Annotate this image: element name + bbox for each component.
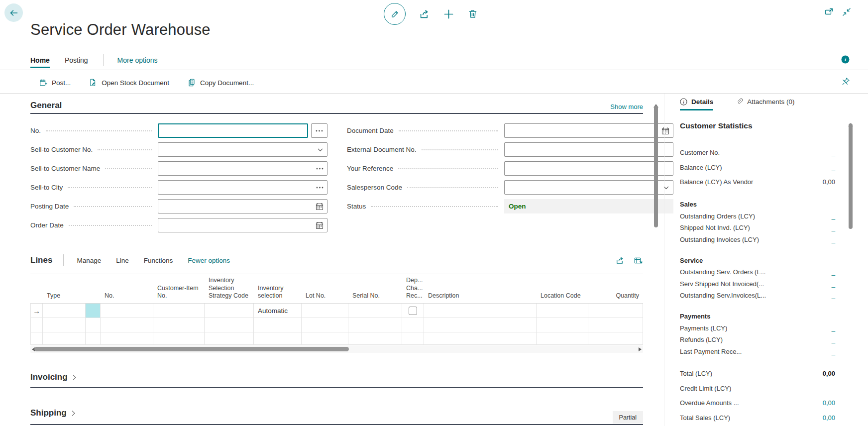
assist-edit-icon[interactable] bbox=[316, 168, 324, 170]
chevron-down-icon[interactable] bbox=[317, 146, 324, 153]
tab-posting[interactable]: Posting bbox=[65, 56, 88, 68]
cell-description[interactable] bbox=[424, 332, 537, 345]
scrollbar-thumb[interactable] bbox=[654, 106, 658, 227]
cell-location-code[interactable] bbox=[537, 318, 588, 332]
assist-edit-icon[interactable] bbox=[316, 187, 324, 189]
help-info-button[interactable]: i bbox=[841, 55, 850, 66]
column-header-inventory-selection-strategy-code[interactable]: Inventory Selection Strategy Code bbox=[205, 274, 254, 303]
stat-value[interactable]: 0,00 bbox=[823, 414, 835, 422]
no-input[interactable] bbox=[158, 123, 308, 138]
external-document-no-input[interactable] bbox=[504, 142, 673, 157]
lines-menu-line[interactable]: Line bbox=[116, 257, 129, 264]
cell-inventory-selection[interactable] bbox=[254, 318, 302, 332]
cell-serial-no[interactable] bbox=[348, 304, 402, 318]
column-header-inventory-selection[interactable]: Inventory selection bbox=[254, 274, 302, 303]
cell-customer-item-no[interactable] bbox=[153, 318, 205, 332]
stat-value[interactable]: _ bbox=[832, 336, 835, 343]
lines-horizontal-scrollbar[interactable] bbox=[30, 345, 643, 353]
column-header-location-code[interactable]: Location Code bbox=[537, 274, 588, 303]
lines-menu-functions[interactable]: Functions bbox=[144, 257, 173, 264]
open-in-new-window-button[interactable] bbox=[824, 7, 834, 17]
cell-dep-cha-rec[interactable] bbox=[402, 332, 424, 345]
stat-value[interactable]: _ bbox=[832, 236, 835, 243]
stat-value[interactable]: _ bbox=[832, 224, 835, 231]
column-header-description[interactable]: Description bbox=[424, 274, 537, 303]
cell-location-code[interactable] bbox=[537, 332, 588, 345]
cell-description[interactable] bbox=[424, 304, 537, 318]
calendar-icon[interactable] bbox=[316, 221, 324, 229]
open-stock-document-button[interactable]: Open Stock Document bbox=[89, 78, 169, 87]
document-date-input[interactable] bbox=[504, 123, 673, 138]
scroll-right-arrow[interactable] bbox=[639, 347, 642, 351]
cell-inventory-selection[interactable] bbox=[254, 332, 302, 345]
stat-value[interactable]: _ bbox=[832, 348, 835, 355]
cell-description[interactable] bbox=[424, 318, 537, 332]
cell-customer-item-no[interactable] bbox=[153, 304, 205, 318]
cell-serial-no[interactable] bbox=[348, 318, 402, 332]
collapse-button[interactable] bbox=[842, 7, 852, 17]
cell-inventory-selection-strategy-code[interactable] bbox=[205, 304, 254, 318]
factbox-vertical-scrollbar[interactable] bbox=[848, 114, 853, 426]
invoicing-section-header[interactable]: Invoicing bbox=[30, 372, 78, 382]
tab-home[interactable]: Home bbox=[30, 56, 50, 68]
cell-spacer[interactable] bbox=[86, 318, 101, 332]
lines-menu-manage[interactable]: Manage bbox=[77, 257, 101, 264]
column-header-serial-no[interactable]: Serial No. bbox=[348, 274, 402, 303]
back-button[interactable] bbox=[4, 3, 23, 22]
cell-inventory-selection[interactable]: Automatic bbox=[254, 304, 302, 318]
column-header-customer-item-no[interactable]: Customer-Item No. bbox=[153, 274, 205, 303]
scrollbar-thumb[interactable] bbox=[849, 123, 853, 229]
cell-lot-no[interactable] bbox=[302, 332, 348, 345]
your-reference-input[interactable] bbox=[504, 161, 673, 176]
cell-no[interactable] bbox=[101, 332, 153, 345]
column-header-quantity[interactable]: Quantity bbox=[588, 274, 643, 303]
column-header-dep-cha-rec[interactable]: Dep... Cha... Rec... bbox=[402, 274, 424, 303]
share-button[interactable] bbox=[419, 8, 430, 20]
cell-type[interactable] bbox=[43, 304, 86, 318]
cell-lot-no[interactable] bbox=[302, 304, 348, 318]
cell-customer-item-no[interactable] bbox=[153, 332, 205, 345]
post-button[interactable]: Post... bbox=[39, 78, 71, 87]
copy-document-button[interactable]: Copy Document... bbox=[187, 78, 254, 87]
calendar-icon[interactable] bbox=[316, 203, 324, 211]
lines-share-button[interactable] bbox=[615, 256, 625, 265]
dep-cha-rec-checkbox[interactable] bbox=[409, 307, 417, 315]
shipping-section-header[interactable]: Shipping bbox=[30, 408, 77, 418]
cell-dep-cha-rec[interactable] bbox=[402, 318, 424, 332]
unpin-button[interactable] bbox=[841, 77, 851, 88]
cell-location-code[interactable] bbox=[537, 304, 588, 318]
open-in-excel-button[interactable] bbox=[634, 256, 643, 265]
cell-type[interactable] bbox=[43, 332, 86, 345]
sell-to-customer-name-input[interactable] bbox=[158, 161, 327, 176]
assist-edit-button[interactable] bbox=[311, 123, 327, 138]
column-header-no[interactable]: No. bbox=[101, 274, 153, 303]
cell-spacer[interactable] bbox=[86, 304, 101, 318]
tab-details[interactable]: i Details bbox=[680, 98, 713, 110]
show-more-link[interactable]: Show more bbox=[610, 103, 643, 110]
cell-quantity[interactable] bbox=[588, 304, 643, 318]
posting-date-input[interactable] bbox=[158, 199, 327, 213]
fewer-options-link[interactable]: Fewer options bbox=[188, 257, 230, 264]
cell-spacer[interactable] bbox=[86, 332, 101, 345]
edit-button[interactable] bbox=[384, 3, 406, 25]
cell-dep-cha-rec[interactable] bbox=[402, 304, 424, 318]
stat-value[interactable]: 0,00 bbox=[823, 399, 835, 407]
cell-quantity[interactable] bbox=[588, 318, 643, 332]
stat-value[interactable]: _ bbox=[832, 292, 835, 299]
cell-type[interactable] bbox=[43, 318, 86, 332]
cell-serial-no[interactable] bbox=[348, 332, 402, 345]
tab-attachments[interactable]: Attachments (0) bbox=[736, 98, 794, 110]
cell-no[interactable] bbox=[101, 304, 153, 318]
cell-inventory-selection-strategy-code[interactable] bbox=[205, 332, 254, 345]
cell-quantity[interactable] bbox=[588, 332, 643, 345]
main-vertical-scrollbar[interactable] bbox=[653, 96, 658, 424]
stat-value[interactable]: _ bbox=[832, 149, 835, 156]
stat-value[interactable]: _ bbox=[832, 213, 835, 220]
scrollbar-thumb[interactable] bbox=[34, 347, 349, 351]
cell-no[interactable] bbox=[101, 318, 153, 332]
sell-to-customer-no-input[interactable] bbox=[158, 142, 327, 157]
stat-value[interactable]: _ bbox=[832, 164, 835, 171]
sell-to-city-input[interactable] bbox=[158, 180, 327, 195]
column-header-lot-no[interactable]: Lot No. bbox=[302, 274, 348, 303]
cell-lot-no[interactable] bbox=[302, 318, 348, 332]
